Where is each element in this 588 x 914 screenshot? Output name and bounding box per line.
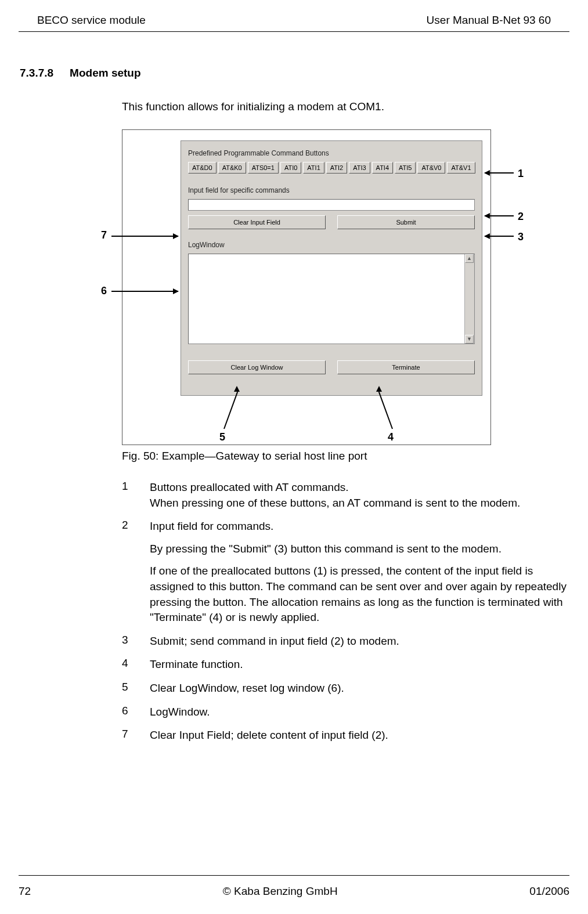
- arrow-1: [485, 172, 514, 174]
- header-manual: User Manual B-Net 93 60: [427, 14, 551, 27]
- callout-5: 5: [219, 431, 225, 443]
- legend-item-5: 5 Clear LogWindow, reset log window (6).: [122, 681, 569, 696]
- arrow-7: [111, 236, 178, 237]
- legend-text-3: Submit; send command in input field (2) …: [150, 634, 569, 649]
- at-button-5[interactable]: ATI2: [326, 162, 347, 174]
- section-heading: 7.3.7.8Modem setup: [19, 67, 569, 80]
- clear-input-button[interactable]: Clear Input Field: [188, 215, 326, 229]
- predef-label: Predefined Programmable Command Buttons: [188, 149, 475, 157]
- figure-wrapper: Predefined Programmable Command Buttons …: [122, 129, 540, 445]
- callout-1: 1: [518, 168, 524, 180]
- input-label: Input field for specific commands: [188, 186, 475, 194]
- callout-6: 6: [101, 285, 107, 297]
- command-input[interactable]: [188, 199, 475, 211]
- page-header: BECO service module User Manual B-Net 93…: [19, 0, 569, 32]
- at-button-1[interactable]: AT&K0: [218, 162, 246, 174]
- header-module: BECO service module: [37, 14, 146, 27]
- intro-text: This function allows for initializing a …: [122, 100, 569, 113]
- legend-text-5: Clear LogWindow, reset log window (6).: [150, 681, 569, 696]
- log-window: ▲ ▼: [188, 254, 475, 344]
- callout-7: 7: [101, 229, 107, 241]
- at-button-9[interactable]: AT&V0: [417, 162, 445, 174]
- footer-date: 01/2006: [529, 885, 569, 898]
- at-button-7[interactable]: ATI4: [372, 162, 393, 174]
- legend-text-6: LogWindow.: [150, 705, 569, 720]
- figure-box: Predefined Programmable Command Buttons …: [122, 129, 491, 445]
- arrow-3: [485, 236, 514, 237]
- arrow-2: [485, 215, 514, 216]
- arrowhead-5: [234, 386, 240, 392]
- legend-item-1: 1 Buttons preallocated with AT commands.…: [122, 480, 569, 511]
- legend-list: 1 Buttons preallocated with AT commands.…: [122, 480, 569, 743]
- submit-button[interactable]: Submit: [337, 215, 475, 229]
- legend-item-3: 3 Submit; send command in input field (2…: [122, 634, 569, 649]
- predef-button-row: AT&D0 AT&K0 ATS0=1 ATI0 ATI1 ATI2 ATI3 A…: [188, 162, 475, 174]
- terminate-button[interactable]: Terminate: [337, 360, 475, 374]
- legend-text-7: Clear Input Field; delete content of inp…: [150, 728, 569, 743]
- at-button-8[interactable]: ATI5: [395, 162, 416, 174]
- legend-item-2: 2 Input field for commands. By pressing …: [122, 519, 569, 626]
- scroll-up-icon[interactable]: ▲: [465, 254, 474, 263]
- legend-text-1: Buttons preallocated with AT commands. W…: [150, 480, 569, 511]
- at-button-10[interactable]: AT&V1: [447, 162, 475, 174]
- at-button-3[interactable]: ATI0: [280, 162, 301, 174]
- callout-4: 4: [388, 431, 394, 443]
- section-number: 7.3.7.8: [20, 67, 53, 80]
- arrow-6: [111, 291, 178, 292]
- clear-log-button[interactable]: Clear Log Window: [188, 360, 326, 374]
- copyright: © Kaba Benzing GmbH: [223, 885, 338, 898]
- log-label: LogWindow: [188, 241, 475, 249]
- legend-text-4: Terminate function.: [150, 657, 569, 673]
- page-number: 72: [19, 885, 31, 898]
- section-title: Modem setup: [70, 67, 140, 79]
- log-scrollbar[interactable]: ▲ ▼: [464, 254, 474, 344]
- at-button-6[interactable]: ATI3: [349, 162, 370, 174]
- arrowhead-4: [376, 386, 382, 392]
- page-footer: 72 © Kaba Benzing GmbH 01/2006: [19, 875, 569, 898]
- legend-text-2: Input field for commands. By pressing th…: [150, 519, 569, 626]
- figure-caption: Fig. 50: Example—Gateway to serial host …: [122, 450, 569, 463]
- scroll-down-icon[interactable]: ▼: [465, 335, 474, 344]
- at-button-4[interactable]: ATI1: [303, 162, 324, 174]
- at-button-0[interactable]: AT&D0: [188, 162, 217, 174]
- legend-item-7: 7 Clear Input Field; delete content of i…: [122, 728, 569, 743]
- legend-item-6: 6 LogWindow.: [122, 705, 569, 720]
- callout-2: 2: [518, 211, 524, 223]
- legend-item-4: 4 Terminate function.: [122, 657, 569, 673]
- callout-3: 3: [518, 231, 524, 243]
- at-button-2[interactable]: ATS0=1: [248, 162, 279, 174]
- modem-window: Predefined Programmable Command Buttons …: [181, 140, 482, 396]
